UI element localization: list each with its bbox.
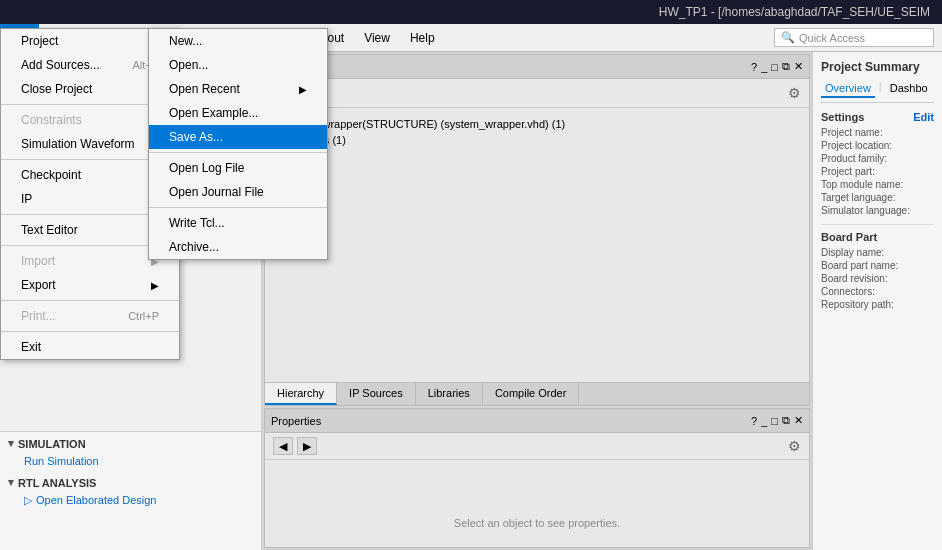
settings-label: Settings: [821, 111, 864, 123]
board-part-label: Board Part: [821, 231, 877, 243]
props-close[interactable]: ✕: [794, 414, 803, 427]
row-repository-path: Repository path:: [821, 299, 934, 310]
tab-compile-order[interactable]: Compile Order: [483, 383, 580, 405]
project-open[interactable]: Open...: [149, 53, 327, 77]
maximize-btn[interactable]: ⧉: [782, 60, 790, 73]
recent-arrow: ▶: [299, 84, 307, 95]
tab-libraries[interactable]: Libraries: [416, 383, 483, 405]
row-product-family: Product family:: [821, 153, 934, 164]
rtl-arrow: ▾: [8, 476, 14, 489]
main-panel-titlebar: HW_TP1 ? _ □ ⧉ ✕: [265, 55, 809, 79]
run-simulation[interactable]: Run Simulation: [0, 453, 261, 469]
simulation-header[interactable]: ▾ SIMULATION: [0, 434, 261, 453]
simulation-label: SIMULATION: [18, 438, 86, 450]
properties-title: Properties: [271, 415, 321, 427]
project-save-as[interactable]: Save As...: [149, 125, 327, 149]
project-write-tcl[interactable]: Write Tcl...: [149, 211, 327, 235]
export-arrow: ▶: [151, 280, 159, 291]
row-simulator-lang: Simulator language:: [821, 205, 934, 216]
tab-separator: |: [879, 80, 882, 98]
hierarchy-tabs: Hierarchy IP Sources Libraries Compile O…: [265, 382, 809, 405]
row-board-revision: Board revision:: [821, 273, 934, 284]
open-elaborated-design[interactable]: ▷Open Elaborated Design: [0, 492, 261, 509]
properties-titlebar: Properties ? _ □ ⧉ ✕: [265, 409, 809, 433]
props-minimize[interactable]: _: [761, 415, 767, 427]
proj-sep1: [149, 152, 327, 153]
rtl-header[interactable]: ▾ RTL ANALYSIS: [0, 473, 261, 492]
row-connectors: Connectors:: [821, 286, 934, 297]
props-float[interactable]: □: [771, 415, 778, 427]
menu-view[interactable]: View: [354, 24, 400, 51]
settings-icon[interactable]: ⚙: [788, 85, 801, 101]
row-project-name: Project name:: [821, 127, 934, 138]
summary-tabs: Overview | Dashbo: [821, 80, 934, 103]
proj-sep2: [149, 207, 327, 208]
float-btn[interactable]: □: [771, 61, 778, 73]
props-settings-icon[interactable]: ⚙: [788, 438, 801, 454]
row-target-lang: Target language:: [821, 192, 934, 203]
title-bar: HW_TP1 - [/homes/abaghdad/TAF_SEH/UE_SEI…: [0, 0, 942, 24]
main-panel: HW_TP1 ? _ □ ⧉ ✕ ⊕ ● 0 ⚙ ↓: [264, 54, 810, 406]
props-forward[interactable]: ▶: [297, 437, 317, 455]
props-back[interactable]: ◀: [273, 437, 293, 455]
summary-tab-overview[interactable]: Overview: [821, 80, 875, 98]
summary-rows: Project name: Project location: Product …: [821, 127, 934, 216]
rtl-label: RTL ANALYSIS: [18, 477, 96, 489]
row-project-location: Project location:: [821, 140, 934, 151]
project-open-recent[interactable]: Open Recent ▶: [149, 77, 327, 101]
row-board-part-name: Board part name:: [821, 260, 934, 271]
sep6: [1, 331, 179, 332]
menu-print: Print... Ctrl+P: [1, 304, 179, 328]
project-new[interactable]: New...: [149, 29, 327, 53]
row-top-module: Top module name:: [821, 179, 934, 190]
props-question[interactable]: ?: [751, 415, 757, 427]
tab-ip-sources[interactable]: IP Sources: [337, 383, 416, 405]
properties-empty-text: Select an object to see properties.: [265, 509, 809, 537]
simulation-arrow: ▾: [8, 437, 14, 450]
close-btn[interactable]: ✕: [794, 60, 803, 73]
sep5: [1, 300, 179, 301]
rtl-section: ▾ RTL ANALYSIS ▷Open Elaborated Design: [0, 471, 261, 511]
settings-section-header: Settings Edit: [821, 111, 934, 123]
panel-controls: ? _ □ ⧉ ✕: [751, 60, 803, 73]
menu-exit[interactable]: Exit: [1, 335, 179, 359]
props-maximize[interactable]: ⧉: [782, 414, 790, 427]
edit-link[interactable]: Edit: [913, 111, 934, 123]
title-text: HW_TP1 - [/homes/abaghdad/TAF_SEH/UE_SEI…: [659, 5, 930, 19]
quick-access-bar[interactable]: 🔍 Quick Access: [774, 28, 934, 47]
hierarchy-content: ↓ system_wrapper(STRUCTURE) (system_wrap…: [265, 108, 809, 156]
props-controls: ? _ □ ⧉ ✕: [751, 414, 803, 427]
row-project-part: Project part:: [821, 166, 934, 177]
board-part-section: Board Part Display name: Board part name…: [821, 224, 934, 310]
project-archive[interactable]: Archive...: [149, 235, 327, 259]
project-open-example[interactable]: Open Example...: [149, 101, 327, 125]
properties-panel: Properties ? _ □ ⧉ ✕ ◀ ▶ ⚙ Select an obj…: [264, 408, 810, 548]
tab-hierarchy[interactable]: Hierarchy: [265, 383, 337, 405]
simulation-section: ▾ SIMULATION Run Simulation: [0, 432, 261, 471]
summary-tab-dashboard[interactable]: Dashbo: [886, 80, 932, 98]
project-open-journal[interactable]: Open Journal File: [149, 180, 327, 204]
project-submenu: New... Open... Open Recent ▶ Open Exampl…: [148, 28, 328, 260]
menu-export[interactable]: Export ▶: [1, 273, 179, 297]
question-icon[interactable]: ?: [751, 61, 757, 73]
project-open-log[interactable]: Open Log File: [149, 156, 327, 180]
board-part-header: Board Part: [821, 231, 934, 243]
row-display-name: Display name:: [821, 247, 934, 258]
summary-panel: Project Summary Overview | Dashbo Settin…: [812, 52, 942, 550]
minimize-btn[interactable]: _: [761, 61, 767, 73]
menu-help[interactable]: Help: [400, 24, 445, 51]
quick-access-label: Quick Access: [799, 32, 865, 44]
right-area: HW_TP1 ? _ □ ⧉ ✕ ⊕ ● 0 ⚙ ↓: [262, 52, 812, 550]
summary-title: Project Summary: [821, 60, 934, 74]
